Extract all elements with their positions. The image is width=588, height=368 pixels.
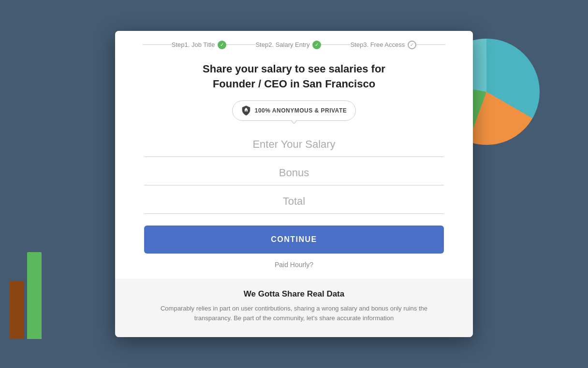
paid-hourly-link[interactable]: Paid Hourly? bbox=[275, 261, 313, 269]
step-3: Step3. Free Access ✓ bbox=[350, 41, 416, 49]
modal-title-line1: Share your salary to see salaries for bbox=[203, 63, 385, 75]
footer-title: We Gotta Share Real Data bbox=[144, 289, 444, 299]
svg-rect-2 bbox=[246, 110, 247, 112]
modal-footer: We Gotta Share Real Data Comparably reli… bbox=[115, 279, 473, 338]
background-chart bbox=[10, 252, 42, 339]
stepper: Step1. Job Title ✓ Step2. Salary Entry ✓… bbox=[115, 31, 473, 57]
salary-entry-modal: Step1. Job Title ✓ Step2. Salary Entry ✓… bbox=[115, 31, 473, 337]
footer-text: Comparably relies in part on user contir… bbox=[144, 304, 444, 324]
modal-body: Share your salary to see salaries for Fo… bbox=[115, 57, 473, 279]
step-3-label: Step3. Free Access bbox=[350, 41, 405, 48]
step-2-label: Step2. Salary Entry bbox=[255, 41, 309, 48]
bg-bar-1 bbox=[10, 281, 24, 339]
modal-title: Share your salary to see salaries for Fo… bbox=[144, 62, 444, 92]
privacy-text: 100% ANONYMOUS & PRIVATE bbox=[255, 107, 347, 114]
modal-title-line2: Founder / CEO in San Francisco bbox=[213, 78, 375, 90]
step-2-check: ✓ bbox=[312, 41, 321, 49]
step-line-2-3 bbox=[321, 44, 350, 45]
continue-button[interactable]: CONTINUE bbox=[144, 226, 444, 254]
step-line-before-1 bbox=[143, 44, 172, 45]
step-1-check: ✓ bbox=[218, 41, 226, 49]
step-line-after-3 bbox=[416, 44, 445, 45]
step-1-label: Step1. Job Title bbox=[172, 41, 215, 48]
svg-point-1 bbox=[245, 108, 247, 110]
step-line-1-2 bbox=[226, 44, 255, 45]
shield-icon bbox=[241, 105, 251, 116]
salary-input[interactable] bbox=[144, 132, 444, 157]
step-3-check: ✓ bbox=[408, 41, 416, 49]
bg-bar-2 bbox=[27, 252, 42, 339]
total-input[interactable] bbox=[144, 189, 444, 214]
privacy-badge: 100% ANONYMOUS & PRIVATE bbox=[232, 100, 356, 121]
step-1: Step1. Job Title ✓ bbox=[172, 41, 227, 49]
step-2: Step2. Salary Entry ✓ bbox=[255, 41, 321, 49]
bonus-input[interactable] bbox=[144, 161, 444, 185]
